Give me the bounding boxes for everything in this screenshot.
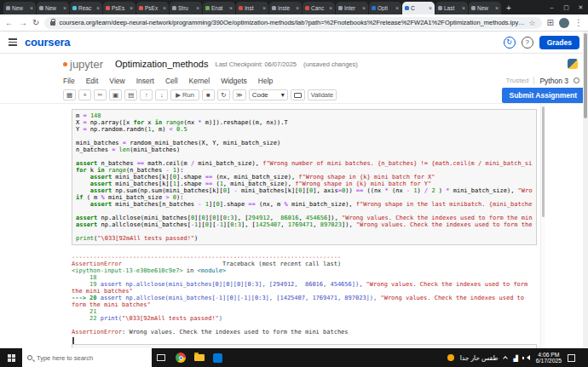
action-center-icon[interactable] bbox=[568, 354, 575, 362]
tab-close-icon[interactable]: × bbox=[30, 5, 33, 11]
browser-tab-active[interactable]: C× bbox=[402, 2, 435, 14]
menu-kernel[interactable]: Kernel bbox=[189, 77, 210, 85]
browser-tab[interactable]: Last× bbox=[435, 2, 468, 14]
browser-menu-icon[interactable]: ⋮ bbox=[574, 19, 583, 27]
restart-kernel-button[interactable]: ↻ bbox=[217, 89, 230, 100]
profile-avatar[interactable] bbox=[559, 18, 569, 28]
scrollbar-thumb[interactable] bbox=[542, 106, 545, 217]
address-bar[interactable]: coursera.org/learn/deep-neural-network/p… bbox=[44, 17, 541, 29]
browser-tab[interactable]: Inst× bbox=[236, 2, 268, 14]
tray-expand-icon[interactable] bbox=[504, 356, 509, 361]
browser-tab[interactable]: Opti× bbox=[369, 2, 401, 14]
lab-refresh-icon[interactable]: ↻ bbox=[504, 37, 516, 49]
coursera-logo[interactable]: coursera bbox=[25, 36, 70, 49]
tab-close-icon[interactable]: × bbox=[462, 5, 465, 11]
tab-close-icon[interactable]: × bbox=[329, 5, 332, 11]
window-close-button[interactable]: ✕ bbox=[574, 0, 588, 14]
tab-close-icon[interactable]: × bbox=[229, 5, 233, 11]
copy-cell-button[interactable]: ▣ bbox=[109, 89, 122, 100]
start-button[interactable] bbox=[0, 348, 22, 367]
jupyter-logo[interactable]: jupyter bbox=[63, 58, 103, 71]
browser-tab[interactable]: Canc× bbox=[303, 2, 335, 14]
tab-close-icon[interactable]: × bbox=[495, 5, 499, 11]
submit-assignment-button[interactable]: Submit Assignment bbox=[502, 88, 585, 103]
taskbar-clock[interactable]: 4:06 PM 6/17/2025 bbox=[536, 352, 562, 364]
tab-close-icon[interactable]: × bbox=[262, 5, 266, 11]
browser-tab[interactable]: Enat× bbox=[203, 2, 235, 14]
browser-tab[interactable]: New× bbox=[37, 2, 69, 14]
menu-cell[interactable]: Cell bbox=[165, 77, 178, 85]
grades-button[interactable]: Grades bbox=[539, 36, 579, 49]
cut-cell-button[interactable]: ✂ bbox=[94, 89, 107, 100]
keyboard-shortcuts-button[interactable] bbox=[291, 89, 305, 100]
notebook-title[interactable]: Optimization_methods bbox=[115, 59, 208, 69]
tab-close-icon[interactable]: × bbox=[362, 5, 366, 11]
code-line: mini_batches = random_mini_batches(X, Y,… bbox=[76, 140, 533, 146]
window-minimize-button[interactable]: – bbox=[545, 0, 559, 14]
code-editor[interactable]: m = 148X = np.array([x for x in range(nx… bbox=[76, 112, 533, 242]
tab-close-icon[interactable]: × bbox=[196, 5, 199, 11]
tab-favicon bbox=[438, 6, 442, 10]
menu-help[interactable]: Help bbox=[258, 77, 273, 85]
tab-close-icon[interactable]: × bbox=[130, 5, 133, 11]
task-view-button[interactable] bbox=[152, 354, 170, 361]
move-cell-down-button[interactable]: ↓ bbox=[155, 89, 168, 100]
help-icon[interactable]: ? bbox=[522, 37, 533, 49]
taskbar-search[interactable]: Type here to search bbox=[22, 348, 152, 367]
browser-tab[interactable]: Inter× bbox=[336, 2, 368, 14]
save-button[interactable]: ▦ bbox=[63, 89, 76, 100]
tab-close-icon[interactable]: × bbox=[429, 5, 432, 11]
tab-title: New bbox=[477, 5, 493, 11]
bookmark-star-icon[interactable]: ☆ bbox=[529, 19, 536, 27]
tab-close-icon[interactable]: × bbox=[96, 5, 100, 11]
toolbar-group-edit: ▦+✂▣▤↑↓ bbox=[63, 89, 168, 100]
date-text: 6/17/2025 bbox=[536, 358, 562, 364]
browser-tab[interactable]: Stru× bbox=[170, 2, 202, 14]
tab-close-icon[interactable]: × bbox=[163, 5, 166, 11]
paste-cell-button[interactable]: ▤ bbox=[124, 89, 137, 100]
window-maximize-button[interactable]: ▢ bbox=[559, 0, 574, 14]
code-line: form the mini batches" bbox=[72, 301, 537, 308]
code-line: AssertionError Traceback (most recent ca… bbox=[72, 261, 537, 267]
tab-title: New bbox=[45, 5, 61, 11]
tab-close-icon[interactable]: × bbox=[395, 5, 399, 11]
tab-close-icon[interactable]: × bbox=[296, 5, 299, 11]
menu-widgets[interactable]: Widgets bbox=[221, 77, 247, 85]
network-icon[interactable]: ▟ bbox=[513, 355, 517, 361]
tab-close-icon[interactable]: × bbox=[63, 5, 66, 11]
forward-button[interactable]: → bbox=[19, 19, 27, 27]
add-cell-button[interactable]: + bbox=[78, 89, 91, 100]
menu-view[interactable]: View bbox=[109, 77, 124, 85]
windows-logo-icon bbox=[8, 354, 15, 362]
browser-tab[interactable]: Reac× bbox=[70, 2, 102, 14]
menu-file[interactable]: File bbox=[63, 77, 75, 85]
notebook-scrollbar[interactable] bbox=[540, 104, 545, 348]
menu-edit[interactable]: Edit bbox=[86, 77, 99, 85]
chrome-icon[interactable] bbox=[176, 353, 186, 363]
browser-tab[interactable]: New× bbox=[3, 2, 36, 14]
volume-icon[interactable] bbox=[524, 355, 530, 360]
validate-button[interactable]: Validate bbox=[308, 89, 337, 100]
interrupt-kernel-button[interactable]: ■ bbox=[202, 89, 215, 100]
code-line bbox=[76, 228, 533, 235]
reload-button[interactable]: ↻ bbox=[32, 19, 39, 27]
new-tab-button[interactable]: + bbox=[502, 2, 516, 14]
page-scrollbar[interactable] bbox=[583, 32, 588, 348]
code-cell[interactable]: m = 148X = np.array([x for x in range(nx… bbox=[72, 109, 537, 245]
browser-tab[interactable]: PsEx× bbox=[136, 2, 169, 14]
app-icon[interactable] bbox=[213, 353, 222, 363]
extensions-icon[interactable]: ⊞ bbox=[547, 19, 554, 27]
back-button[interactable]: ← bbox=[5, 19, 14, 27]
file-explorer-icon[interactable] bbox=[194, 354, 205, 361]
cell-type-select[interactable]: Code ▾ bbox=[249, 89, 288, 100]
browser-tab[interactable]: New× bbox=[469, 2, 501, 14]
run-button[interactable]: ▶ Run bbox=[170, 89, 199, 100]
hamburger-menu-icon[interactable] bbox=[9, 38, 17, 45]
browser-tab[interactable]: Inste× bbox=[269, 2, 302, 14]
move-cell-up-button[interactable]: ↑ bbox=[140, 89, 153, 100]
menu-insert[interactable]: Insert bbox=[136, 77, 154, 85]
restart-run-all-button[interactable]: ≫ bbox=[233, 89, 246, 100]
page-scrollbar-thumb[interactable] bbox=[584, 33, 587, 118]
weather-text[interactable]: طقس حار جدا bbox=[460, 354, 499, 362]
browser-tab[interactable]: PsEs× bbox=[103, 2, 135, 14]
